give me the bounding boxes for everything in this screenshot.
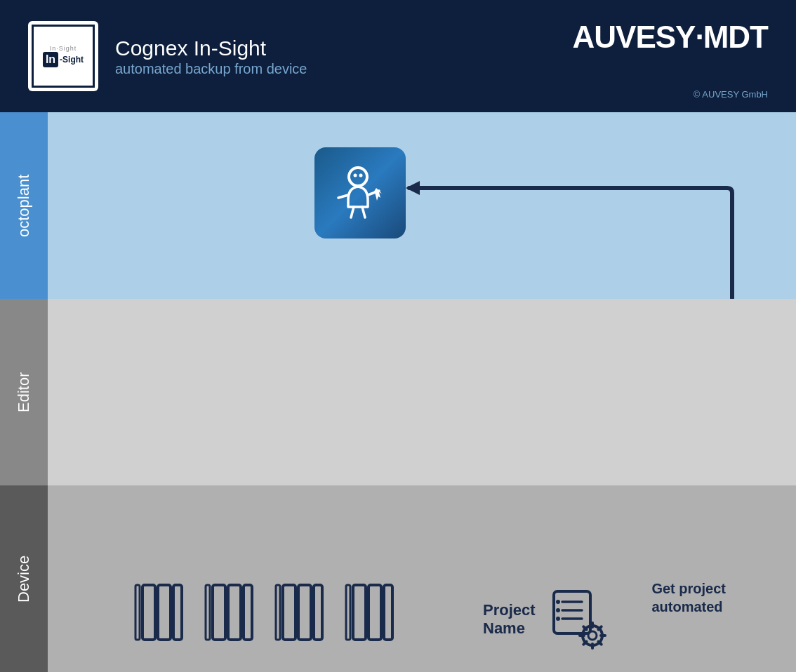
header-subtitle: automated backup from device [115,61,307,77]
svg-rect-8 [135,585,140,640]
device-icon-2 [202,581,258,644]
svg-rect-14 [298,585,311,640]
svg-marker-3 [406,181,420,195]
svg-point-23 [556,600,560,604]
zones-container: Job / Upload / Backup [48,112,796,672]
logo-in-text: In [43,52,58,67]
svg-rect-7 [173,585,182,640]
label-editor: Editor [0,299,48,485]
project-gear-icon [547,588,610,651]
main-content: octoplant Editor Device [0,112,796,672]
device-icon-3 [272,581,329,644]
svg-point-25 [556,608,560,612]
svg-rect-20 [346,585,350,640]
insight-logo: In·Sight In -Sight [32,25,95,88]
copyright-text: © AUVESY GmbH [694,89,768,100]
left-labels: octoplant Editor Device [0,112,48,672]
svg-point-27 [556,617,560,621]
svg-rect-15 [314,585,322,640]
zone-device: Project Name [48,485,796,672]
svg-rect-13 [283,585,296,640]
logo-container: In·Sight In -Sight [28,21,98,91]
svg-point-0 [349,168,367,186]
header-title: Cognex In-Sight [115,36,307,61]
svg-rect-12 [206,585,210,640]
svg-rect-9 [213,585,225,640]
octoplant-person-icon [314,147,406,238]
device-icon-4 [343,581,399,644]
svg-rect-19 [384,585,392,640]
brand-name: AUVESY·MDT [573,20,768,55]
svg-rect-18 [369,585,381,640]
header-title-block: Cognex In-Sight automated backup from de… [115,36,307,77]
svg-rect-10 [228,585,241,640]
svg-rect-6 [158,585,171,640]
header: In·Sight In -Sight Cognex In-Sight autom… [0,0,796,112]
project-block: Project Name [483,588,610,651]
project-name-label: Project Name [483,601,536,638]
svg-point-29 [588,631,597,640]
device-icons-group [132,581,399,644]
svg-point-2 [359,174,363,177]
logo-top-text: In·Sight [50,45,77,52]
svg-rect-11 [244,585,252,640]
svg-rect-5 [142,585,155,640]
zone-octoplant: Job / Upload / Backup [48,112,796,299]
device-icon-1 [132,581,188,644]
zone-editor [48,299,796,485]
svg-point-1 [354,174,357,177]
get-project-automated-label: Get projectautomated [651,579,726,616]
label-octoplant: octoplant [0,112,48,299]
logo-sight-text: -Sight [60,55,84,65]
svg-rect-16 [276,585,280,640]
label-device: Device [0,485,48,672]
svg-rect-17 [353,585,366,640]
